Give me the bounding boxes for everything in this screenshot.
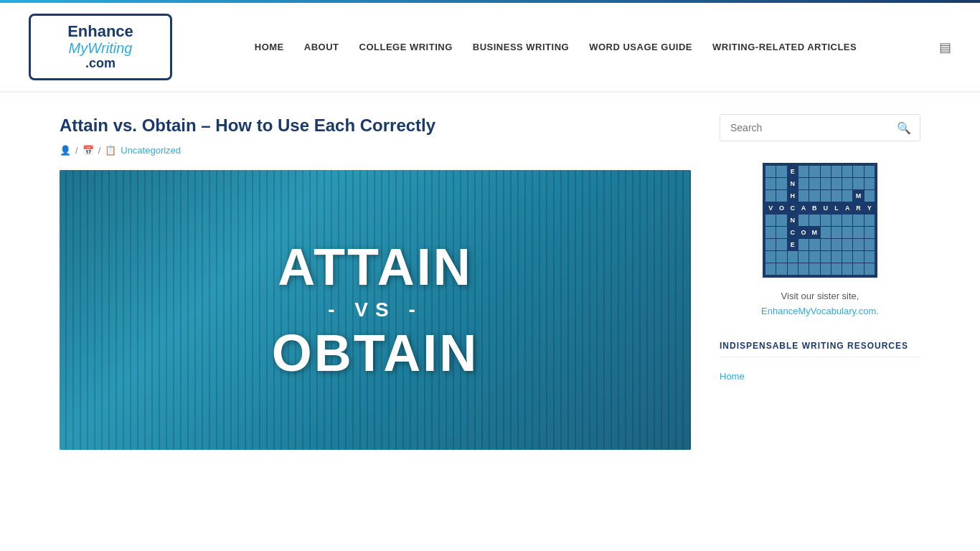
- logo-enhance: Enhance: [45, 23, 156, 40]
- sister-site-text: Visit our sister site, EnhanceMyVocabula…: [720, 289, 920, 319]
- image-vs: - VS -: [272, 298, 479, 321]
- meta-separator-1: /: [75, 145, 78, 156]
- sister-site-line1: Visit our sister site,: [781, 291, 859, 301]
- nav-home[interactable]: HOME: [255, 42, 284, 52]
- sidebar: 🔍 E N: [720, 114, 920, 450]
- main-content: Attain vs. Obtain – How to Use Each Corr…: [60, 114, 691, 450]
- meta-category-link[interactable]: Uncategorized: [121, 145, 181, 156]
- meta-date-icon: 📅: [83, 145, 94, 156]
- header-icons: ▤: [939, 39, 951, 55]
- resources-heading: INDISPENSABLE WRITING RESOURCES: [720, 341, 920, 357]
- nav-college-writing[interactable]: COLLEGE WRITING: [359, 42, 453, 52]
- meta-separator-2: /: [98, 145, 101, 156]
- meta-author-icon: 👤: [60, 145, 71, 156]
- main-nav: HOME ABOUT COLLEGE WRITING BUSINESS WRIT…: [255, 42, 857, 52]
- logo[interactable]: Enhance MyWriting .com: [29, 14, 172, 80]
- image-word-attain: ATTAIN: [272, 241, 479, 293]
- rss-icon[interactable]: ▤: [939, 39, 951, 55]
- search-button[interactable]: 🔍: [888, 115, 920, 141]
- list-item: Home: [720, 367, 920, 385]
- nav-business-writing[interactable]: BUSINESS WRITING: [473, 42, 569, 52]
- logo-com: .com: [45, 56, 156, 71]
- resources-list: Home: [720, 367, 920, 385]
- nav-about[interactable]: ABOUT: [304, 42, 339, 52]
- vocab-grid: E N: [763, 163, 877, 278]
- image-text-overlay: ATTAIN - VS - OBTAIN: [272, 241, 479, 379]
- logo-mywriting: MyWriting: [45, 40, 156, 56]
- search-box: 🔍: [720, 114, 920, 141]
- article-title: Attain vs. Obtain – How to Use Each Corr…: [60, 114, 691, 136]
- featured-image: ATTAIN - VS - OBTAIN: [60, 170, 691, 450]
- nav-writing-articles[interactable]: WRITING-RELATED ARTICLES: [712, 42, 857, 52]
- sister-site-link[interactable]: EnhanceMyVocabulary.com.: [761, 306, 879, 316]
- meta-category-icon: 📋: [105, 145, 116, 156]
- article-meta: 👤 / 📅 / 📋 Uncategorized: [60, 145, 691, 156]
- nav-word-usage[interactable]: WORD USAGE GUIDE: [589, 42, 692, 52]
- vocab-grid-container[interactable]: E N: [720, 163, 920, 278]
- image-word-obtain: OBTAIN: [272, 327, 479, 379]
- page-wrapper: Attain vs. Obtain – How to Use Each Corr…: [31, 93, 949, 471]
- site-header: Enhance MyWriting .com HOME ABOUT COLLEG…: [0, 3, 980, 93]
- search-input[interactable]: [720, 115, 888, 141]
- resources-home-link[interactable]: Home: [720, 371, 745, 382]
